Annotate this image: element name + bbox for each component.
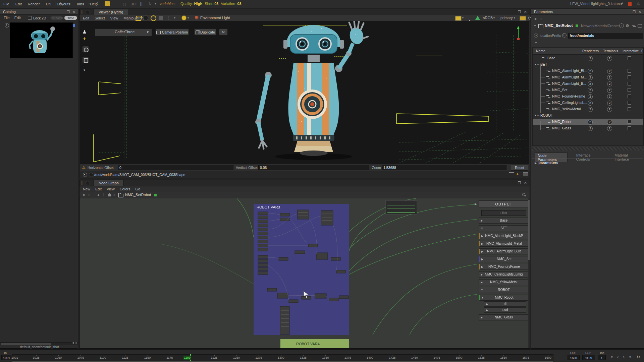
render-stop-icon[interactable] <box>628 2 632 6</box>
table-row-nmc_foundryframe[interactable]: NMC_FoundryFrame22 <box>533 93 643 100</box>
interactive-checkbox[interactable] <box>628 82 631 85</box>
scroll-right-icon[interactable]: ▶ <box>76 342 77 344</box>
close-panel-icon[interactable]: ✕ <box>523 10 528 14</box>
menu-item-file[interactable]: File <box>3 2 9 6</box>
float-panel-icon[interactable]: ❐ <box>517 10 522 14</box>
gear-icon[interactable]: ⚙ <box>626 23 629 28</box>
node-list-item-nmc_glass[interactable]: ▶NMC_Glass <box>479 314 529 320</box>
node-list-scrollbar[interactable] <box>528 198 530 348</box>
filmstrip-icon[interactable] <box>509 172 514 176</box>
frame-ruler[interactable]: 1001102510501075110011251150117512251250… <box>12 354 553 361</box>
translate-tool-icon[interactable]: + <box>83 36 86 42</box>
katana-logo-icon[interactable] <box>105 1 110 6</box>
param-tab-material-interface[interactable]: Material Interface <box>612 153 644 162</box>
table-row-nmc_glass[interactable]: NMC_Glass22 <box>533 125 643 131</box>
hook-icon[interactable]: ʃ <box>97 2 97 6</box>
add-material-button[interactable]: + <box>535 40 537 45</box>
reset-button[interactable]: Reset <box>511 165 528 171</box>
float-panel-icon[interactable]: ❐ <box>632 10 636 14</box>
light-tool-icon[interactable] <box>181 15 186 20</box>
node-list-item-nmc_alarmlight_blackp[interactable]: ▶NMC_AlarmLight_BlackP <box>479 233 529 239</box>
menu-item-edit[interactable]: Edit <box>14 16 21 20</box>
float-panel-icon[interactable]: ❐ <box>517 181 522 185</box>
expand-icon[interactable]: ▶ <box>481 241 483 246</box>
catalog-hscrollbar[interactable]: ◀ ▶ <box>0 342 78 345</box>
table-row-nmc_robot[interactable]: NMC_Robot22 <box>533 119 643 125</box>
parameters-group-row[interactable]: ▶parameters <box>535 161 558 165</box>
node-list-item-nmc_foundryframe[interactable]: ▶NMC_FoundryFrame <box>479 264 529 270</box>
table-row-nmc_alarmlight_m...[interactable]: NMC_AlarmLight_M...22 <box>533 74 643 80</box>
param-nav-back-icon[interactable]: ◀ <box>534 17 536 20</box>
interactive-checkbox[interactable] <box>628 107 631 111</box>
menu-item-edit[interactable]: Edit <box>83 16 89 20</box>
menu-item-select[interactable]: Select <box>95 16 105 20</box>
menu-item-edit[interactable]: Edit <box>15 2 22 6</box>
view-layer-value[interactable]: primary <box>500 16 513 20</box>
variable-quality[interactable]: Quality=High <box>180 2 202 6</box>
monitor-view-icon[interactable] <box>520 16 526 21</box>
table-group-set[interactable]: ▼SET <box>533 61 643 68</box>
table-row-nmc_ceilinglightsl...[interactable]: NMC_CeilingLightsL...22 <box>533 100 643 106</box>
color-space-value[interactable]: sRGB <box>483 16 493 20</box>
location-prefix-input[interactable]: /root/materials <box>568 33 643 39</box>
camera-icon[interactable] <box>523 172 528 176</box>
lock-2d-checkbox[interactable] <box>28 16 32 20</box>
interactive-checkbox[interactable] <box>628 56 631 60</box>
duplicate-button[interactable]: Duplicate <box>194 28 216 36</box>
scroll-left-icon[interactable]: ◀ <box>72 342 74 344</box>
interactive-checkbox[interactable] <box>628 101 631 105</box>
marquee-chevron-icon[interactable]: ▾ <box>174 16 175 19</box>
panel-grip-icon[interactable]: || <box>81 10 83 14</box>
variables-values[interactable]: Quality=HighShot=03Variation=03 <box>180 2 244 6</box>
interactive-checkbox[interactable] <box>628 69 631 73</box>
gear-icon[interactable]: ⚙ <box>59 2 62 6</box>
view-layer-chevron-icon[interactable]: ▾ <box>514 16 515 19</box>
robot-var4-group[interactable]: ROBOT VAR4 <box>280 339 349 348</box>
globe-icon[interactable] <box>143 15 148 20</box>
node-graph-canvas[interactable]: ROBOT VAR3 <box>80 198 530 348</box>
node-list-item-base[interactable]: ▶Base <box>479 218 529 224</box>
menu-item-go[interactable]: Go <box>135 187 140 191</box>
color-space-chevron-icon[interactable]: ▾ <box>493 16 495 19</box>
v-offset-input[interactable]: 0.06 <box>258 165 369 170</box>
pan-cross-icon[interactable]: + <box>516 172 519 177</box>
collapse-icon[interactable]: ▼ <box>481 226 483 231</box>
jump-start-icon[interactable]: « <box>610 355 613 359</box>
table-group-robot[interactable]: ▼ROBOT <box>533 112 643 119</box>
select-cursor-icon[interactable] <box>83 26 90 33</box>
table-row-nmc_yellowmetal[interactable]: NMC_YellowMetal22 <box>533 106 643 112</box>
scale-tool-icon[interactable] <box>82 57 89 63</box>
table-row-base[interactable]: Base22 <box>533 55 643 61</box>
param-tab-interface-controls[interactable]: Interface Controls <box>574 153 606 162</box>
close-panel-icon[interactable]: ✕ <box>72 10 76 14</box>
step-forward-icon[interactable]: › <box>623 355 625 359</box>
expand-icon[interactable]: ▶ <box>486 308 488 312</box>
time-view-button[interactable]: Time View <box>64 16 77 20</box>
expand-icon[interactable]: ▶ <box>481 272 483 277</box>
viewer-tab[interactable]: Viewer (Hydra) <box>94 9 128 15</box>
env-light-icon[interactable] <box>195 16 199 19</box>
cur-frame-input[interactable]: 1199 <box>582 355 595 360</box>
collapse-node-icon[interactable]: ▼ <box>534 24 536 27</box>
home-icon[interactable] <box>108 193 111 196</box>
pause-icon[interactable]: || <box>140 2 143 6</box>
panel-pin-icon[interactable] <box>86 181 90 185</box>
viewport-3d[interactable]: + ⌖ GafferThree ▼ Camera Position Duplic… <box>80 21 529 164</box>
node-list-item-nmc_yellowmetal[interactable]: ▶NMC_YellowMetal <box>479 279 529 285</box>
variable-shot[interactable]: Shot=03 <box>205 2 218 6</box>
table-row-nmc_set[interactable]: NMC_Set22 <box>533 87 643 93</box>
interactive-checkbox[interactable] <box>628 88 631 92</box>
menu-item-colors[interactable]: Colors <box>120 187 130 191</box>
interactive-checkbox[interactable] <box>628 120 631 124</box>
collapse-icon[interactable]: ▼ <box>481 295 484 300</box>
interactive-checkbox[interactable] <box>628 75 631 79</box>
expand-icon[interactable]: ▶ <box>481 218 483 223</box>
inc-input[interactable]: 1 <box>598 355 606 360</box>
menu-item-new[interactable]: New <box>83 187 90 191</box>
step-back-icon[interactable]: ‹ <box>617 355 619 359</box>
camera-path-value[interactable]: /root/world/cam/SHOT_CAM_003/SHOT_CAM_00… <box>94 173 185 177</box>
marquee-select-icon[interactable] <box>168 16 173 20</box>
loop-icon[interactable]: ↻ <box>637 355 640 359</box>
interactive-checkbox[interactable] <box>628 95 631 98</box>
close-panel-icon[interactable]: ✕ <box>523 181 528 185</box>
